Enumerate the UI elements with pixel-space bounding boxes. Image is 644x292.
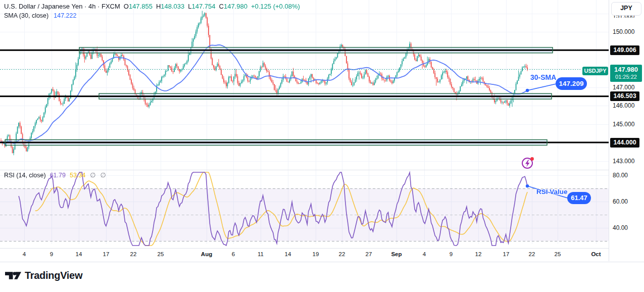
ohlc-label: C — [219, 3, 224, 10]
time-axis-label: 14 — [76, 251, 82, 257]
ohlc-value: 147.980 — [224, 3, 247, 10]
rsi-legend[interactable]: RSI (14, close)61.7953.34∅∅ — [4, 171, 106, 179]
rsi-hidden-band-value: ∅ — [101, 171, 106, 179]
time-axis-label: 14 — [285, 251, 291, 257]
time-axis-label: 17 — [503, 251, 510, 257]
price-axis-label: 145.000 — [613, 120, 634, 128]
ohlc-label: L — [188, 3, 191, 10]
rsi-ma-legend-value: 53.34 — [70, 172, 85, 179]
time-axis-label: 19 — [313, 251, 319, 257]
ohlc-label: O — [124, 3, 129, 10]
chart-canvas[interactable] — [0, 0, 609, 247]
ohlc-value: 147.754 — [192, 3, 216, 10]
time-axis-label: 9 — [50, 251, 53, 257]
main-legend[interactable]: U.S. Dollar / Japanese Yen · 4h · FXCMO1… — [4, 3, 300, 10]
last-price-value: 147.980 — [610, 65, 642, 74]
tradingview-logo[interactable]: TradingView — [5, 270, 82, 281]
tradingview-logo-mark — [5, 272, 21, 279]
rsi-callout-label[interactable]: RSI Value — [536, 188, 568, 196]
ohlc-values: O147.855H148.033L147.754C147.980 — [120, 3, 247, 10]
time-axis-label: Sep — [391, 251, 402, 257]
bar-countdown: 01:25:22 — [610, 74, 642, 80]
rsi-axis-label: 40.00 — [613, 224, 628, 232]
time-axis-label: 25 — [158, 251, 164, 257]
time-axis[interactable]: 4914172225Aug61114192227Sep4912172225Oct — [0, 248, 644, 262]
time-axis-label: 17 — [103, 251, 110, 257]
symbol-price-line-label[interactable]: USDJPY — [582, 67, 608, 75]
time-axis-label: 22 — [339, 251, 345, 257]
tradingview-chart-widget: U.S. Dollar / Japanese Yen · 4h · FXCMO1… — [0, 0, 644, 292]
sma-legend[interactable]: SMA (30, close)147.222 — [4, 12, 76, 19]
tradingview-logo-text: TradingView — [25, 270, 82, 281]
price-axis[interactable]: JPY 151.000 150.000147.000146.000145.000… — [609, 0, 644, 261]
time-axis-label: 22 — [130, 251, 137, 257]
rsi-axis-label: 80.00 — [613, 171, 628, 179]
footer-attribution: TradingView — [0, 262, 644, 292]
ohlc-value: 147.855 — [129, 3, 153, 10]
price-level-badge: 144.000 — [610, 138, 639, 148]
symbol-title: U.S. Dollar / Japanese Yen · 4h · FXCM — [4, 3, 120, 10]
sma-callout-label[interactable]: 30-SMA — [530, 73, 556, 81]
price-axis-label: 146.000 — [613, 102, 634, 110]
time-axis-label: 27 — [366, 251, 372, 257]
rsi-hidden-band-value: ∅ — [90, 171, 95, 179]
sma-callout-value-pill[interactable]: 147.209 — [556, 77, 587, 90]
time-axis-label: 4 — [23, 251, 26, 257]
price-axis-label: 150.000 — [613, 28, 634, 36]
time-axis-label: 12 — [475, 251, 482, 257]
price-axis-label: 143.000 — [613, 157, 634, 165]
price-change: +0.125 (+0.08%) — [251, 3, 300, 10]
time-axis-label: 6 — [232, 251, 235, 257]
time-axis-label: 11 — [258, 251, 264, 257]
rsi-legend-value: 61.79 — [50, 172, 66, 179]
time-axis-label: 9 — [450, 251, 453, 257]
time-axis-label: Aug — [201, 251, 212, 257]
ohlc-value: 148.033 — [161, 3, 184, 10]
price-axis-label: 147.000 — [613, 83, 634, 91]
time-axis-label: 4 — [423, 251, 426, 257]
ohlc-label: H — [156, 3, 161, 10]
last-price-badge: 147.980 01:25:22 — [610, 65, 642, 82]
sma-legend-label: SMA (30, close) — [4, 12, 48, 19]
rsi-legend-label: RSI (14, close) — [4, 172, 46, 179]
rsi-axis-label: 60.00 — [613, 198, 628, 206]
price-level-badge: 149.006 — [610, 45, 639, 55]
time-axis-label: 22 — [529, 251, 535, 257]
price-level-badge: 146.503 — [610, 91, 639, 101]
sma-legend-value: 147.222 — [54, 12, 76, 19]
time-axis-label: 25 — [555, 251, 561, 257]
time-axis-label: Oct — [591, 251, 601, 257]
currency-toggle-button[interactable]: JPY — [611, 2, 641, 16]
rsi-callout-value-pill[interactable]: 61.47 — [567, 192, 591, 204]
flash-events-icon[interactable] — [521, 156, 535, 170]
